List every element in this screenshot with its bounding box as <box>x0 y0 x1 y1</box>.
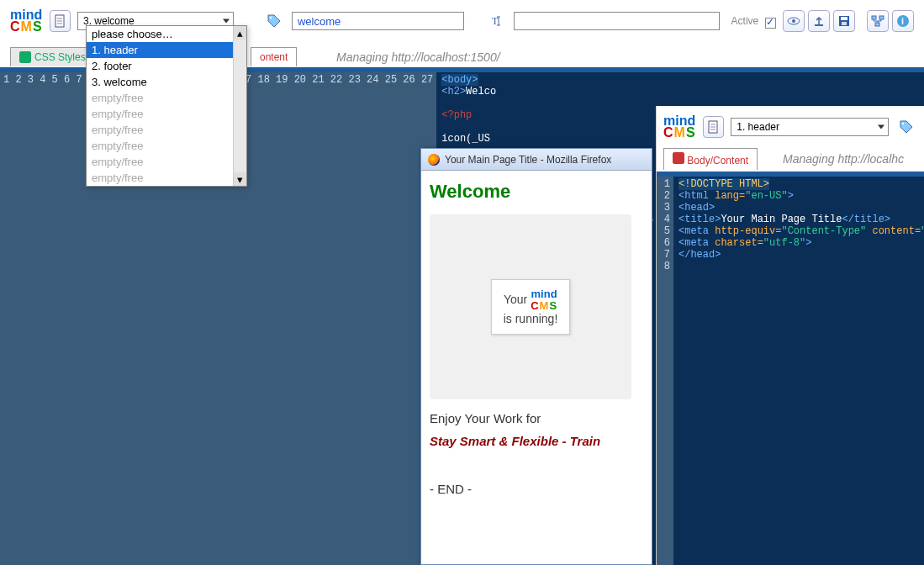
page-select-secondary[interactable]: 1. header <box>731 118 889 136</box>
firefox-body: Welcome Your mindCMS is running! Enjoy Y… <box>421 171 652 506</box>
tab-css-label: CSS Styles <box>34 51 86 63</box>
logo: mind CMS <box>10 9 43 33</box>
firefox-titlebar[interactable]: Your Main Page Title - Mozilla Firefox <box>421 149 652 171</box>
page-heading: Welcome <box>430 181 643 203</box>
tab-body-content[interactable]: ontent <box>251 47 297 66</box>
secondary-toolbar: mind CMS 1. header <box>657 106 924 148</box>
svg-text:i: i <box>901 16 904 26</box>
dropdown-item[interactable]: 3. welcome <box>87 74 246 90</box>
chevron-down-icon <box>878 125 884 129</box>
paragraph-1: Enjoy Your Work for <box>430 411 643 425</box>
dropdown-item: empty/free <box>87 154 246 170</box>
svg-rect-7 <box>841 17 847 20</box>
body-icon <box>673 152 684 164</box>
dropdown-item[interactable]: please choose… <box>87 26 246 42</box>
chevron-down-icon <box>223 19 230 24</box>
upload-icon[interactable] <box>808 10 830 32</box>
scroll-up-icon[interactable]: ▴ <box>234 26 246 40</box>
tag-icon <box>895 116 917 138</box>
illustration-card: Your mindCMS is running! <box>491 279 571 335</box>
page-select-secondary-value: 1. header <box>737 121 779 133</box>
preview-icon[interactable] <box>783 10 805 32</box>
tab-body-label: Body/Content <box>687 155 748 166</box>
dropdown-scrollbar[interactable]: ▴ ▾ <box>233 26 246 186</box>
dropdown-item: empty/free <box>87 170 246 186</box>
svg-point-1 <box>270 17 272 18</box>
firefox-title-text: Your Main Page Title - Mozilla Firefox <box>445 154 611 166</box>
svg-point-4 <box>792 19 795 23</box>
active-checkbox[interactable] <box>765 18 776 29</box>
tag-input[interactable] <box>292 12 464 30</box>
code-area[interactable]: <!DOCTYPE HTML><html lang="en-US"><head>… <box>673 172 924 565</box>
title-icon: T <box>486 10 507 32</box>
svg-rect-9 <box>872 16 876 19</box>
secondary-panel: mind CMS 1. header Body/Content Managing… <box>656 106 924 565</box>
title-input[interactable] <box>514 12 719 30</box>
firefox-window[interactable]: Your Main Page Title - Mozilla Firefox W… <box>420 148 652 565</box>
dropdown-item[interactable]: 2. footer <box>87 58 246 74</box>
page-select-dropdown[interactable]: please choose…1. header2. footer3. welco… <box>86 25 247 187</box>
dropdown-item: empty/free <box>87 122 246 138</box>
active-label: Active <box>731 15 759 27</box>
tab-body-label-partial: ontent <box>260 51 288 63</box>
paragraph-2: Stay Smart & Flexible - Train <box>430 434 643 448</box>
tab-css-styles[interactable]: CSS Styles <box>10 47 95 66</box>
svg-rect-10 <box>879 16 884 19</box>
css-icon <box>19 51 31 63</box>
dropdown-item: empty/free <box>87 90 246 106</box>
svg-rect-8 <box>842 22 847 25</box>
dropdown-item[interactable]: 1. header <box>87 42 246 58</box>
firefox-icon <box>428 154 440 166</box>
card-line1: Your <box>504 293 527 306</box>
code-editor-secondary[interactable]: 1 2 3 4 5 6 7 8 <!DOCTYPE HTML><html lan… <box>657 172 924 565</box>
card-line2: is running! <box>504 312 558 325</box>
breadcrumb-secondary: Managing http://localhc <box>783 152 904 166</box>
dropdown-item: empty/free <box>87 106 246 122</box>
page-icon[interactable] <box>50 10 71 32</box>
editor-topbar <box>657 172 924 177</box>
info-icon[interactable]: i <box>892 10 914 32</box>
tree-icon[interactable] <box>867 10 889 32</box>
dropdown-item: empty/free <box>87 138 246 154</box>
logo: mind CMS <box>663 115 696 139</box>
scroll-down-icon[interactable]: ▾ <box>234 172 246 186</box>
line-gutter: 1 2 3 4 5 6 7 8 <box>657 172 673 565</box>
secondary-tab-bar: Body/Content <box>657 148 758 170</box>
page-icon[interactable] <box>703 116 725 138</box>
svg-rect-5 <box>815 24 823 26</box>
save-icon[interactable] <box>833 10 855 32</box>
end-marker: - END - <box>430 482 643 496</box>
svg-rect-11 <box>875 23 879 26</box>
action-icons: i <box>783 10 914 32</box>
tag-icon <box>264 10 285 32</box>
illustration: Your mindCMS is running! <box>430 214 631 399</box>
breadcrumb: Managing http://localhost:1500/ <box>336 50 500 64</box>
tab-body-content[interactable]: Body/Content <box>663 148 758 170</box>
tab-bar: CSS Styles <box>10 47 95 66</box>
svg-point-15 <box>902 123 904 124</box>
